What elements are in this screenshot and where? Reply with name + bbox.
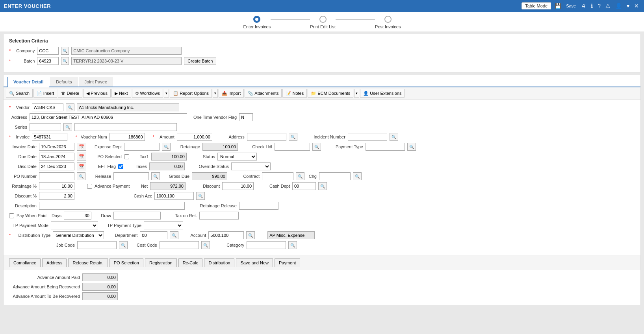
pay-when-paid-checkbox[interactable] [9,213,14,218]
department-search-button[interactable]: 🔍 [170,231,178,239]
expense-dept-search-button[interactable]: 🔍 [162,143,171,151]
create-batch-button[interactable]: Create Batch [184,57,216,65]
chg-input[interactable] [319,172,351,180]
advance-payment-checkbox[interactable] [87,184,92,189]
voucher-num-input[interactable] [109,133,145,141]
due-date-cal-button[interactable]: 📅 [77,153,86,161]
disc-date-input[interactable] [39,162,74,170]
eft-flag-checkbox[interactable] [118,164,123,169]
tab-joint-payee[interactable]: Joint Payee [79,77,113,87]
tp-payment-mode-select[interactable] [51,221,98,229]
ecm-documents-button[interactable]: 📁 ECM Documents [308,89,353,98]
wizard-step-enter-invoices[interactable]: Enter Invoices [243,16,271,29]
contract-search-button[interactable]: 🔍 [296,172,304,180]
workflows-dropdown-button[interactable]: ▾ [164,89,169,98]
tab-defaults[interactable]: Defaults [50,77,78,87]
account-input[interactable] [208,231,244,239]
address2-search-button[interactable]: 🔍 [289,133,297,141]
payment-type-input[interactable] [366,143,405,151]
expense-dept-input[interactable] [124,143,160,151]
import-button[interactable]: 📥 Import [219,89,244,98]
distribution-type-select[interactable]: General Distribution Job Distribution [53,231,104,239]
status-select[interactable]: Normal Hold [217,153,257,161]
description-input[interactable] [39,202,185,210]
registration-button[interactable]: Registration [145,258,177,267]
address-input[interactable] [30,113,187,121]
one-time-vendor-input[interactable] [239,113,253,121]
chevron-down-icon[interactable]: ▾ [625,3,631,9]
po-number-search-button[interactable]: 🔍 [77,172,85,180]
search-button[interactable]: 🔍 Search [6,89,33,98]
retainage-pct-input[interactable] [39,182,74,190]
cash-acc-input[interactable] [154,192,194,200]
po-selection-button[interactable]: PO Selection [109,258,143,267]
wizard-step-print-edit[interactable]: Print Edit List [310,16,336,29]
invoice-date-input[interactable] [39,143,74,151]
report-options-button[interactable]: 📋 Report Options [170,89,212,98]
previous-button[interactable]: ◀ Previous [83,89,111,98]
retainage-release-input[interactable] [239,202,278,210]
cost-code-input[interactable] [160,241,199,249]
payment-button[interactable]: Payment [275,258,300,267]
alert-icon[interactable]: ⚠ [604,3,612,9]
distribution-button[interactable]: Distribution [204,258,234,267]
close-icon[interactable]: ✕ [633,3,640,9]
company-input[interactable] [37,47,59,55]
amount-input[interactable] [177,133,212,141]
table-mode-button[interactable]: Table Mode [522,2,551,9]
release-retain-button[interactable]: Release Retain. [68,258,108,267]
help2-icon[interactable]: ? [596,3,602,9]
wizard-step-post-invoices[interactable]: Post Invoices [375,16,401,29]
retainage-input[interactable] [202,143,238,151]
attachments-button[interactable]: 📎 Attachments [245,89,282,98]
address2-input[interactable] [247,133,286,141]
user-icon[interactable]: 👤 [614,3,623,9]
account-search-button[interactable]: 🔍 [246,231,255,239]
incident-search-button[interactable]: 🔍 [390,133,398,141]
batch-search-button[interactable]: 🔍 [61,57,69,65]
delete-button[interactable]: 🗑 Delete [58,89,82,98]
chg-search-button[interactable]: 🔍 [353,172,362,180]
job-code-search-button[interactable]: 🔍 [119,241,128,249]
cash-dept-input[interactable] [292,182,316,190]
save-and-new-button[interactable]: Save and New [236,258,273,267]
cash-dept-search-button[interactable]: 🔍 [318,182,327,190]
due-date-input[interactable] [39,153,74,161]
category-input[interactable] [247,241,286,249]
company-search-button[interactable]: 🔍 [61,47,69,55]
cash-acc-search-button[interactable]: 🔍 [196,192,205,200]
workflows-button[interactable]: ⚙ Workflows [132,89,163,98]
series-desc-input[interactable] [74,123,177,131]
cost-code-search-button[interactable]: 🔍 [201,241,210,249]
discount-pct-input[interactable] [39,192,74,200]
department-input[interactable] [140,231,167,239]
batch-input[interactable] [37,57,59,65]
series-input[interactable] [30,123,61,131]
save-icon[interactable]: 💾 [553,3,562,9]
discount-input[interactable] [222,182,254,190]
override-status-select[interactable] [231,162,271,170]
next-button[interactable]: ▶ Next [111,89,131,98]
draw-input[interactable] [113,212,161,220]
series-search-button[interactable]: 🔍 [63,123,72,131]
tax-on-ret-input[interactable] [199,212,239,220]
help-icon[interactable]: ℹ [590,3,594,9]
release-search-button[interactable]: 🔍 [151,172,160,180]
incident-input[interactable] [348,133,387,141]
invoice-date-cal-button[interactable]: 📅 [77,143,86,151]
po-selected-checkbox[interactable] [124,154,129,159]
ecm-dropdown-button[interactable]: ▾ [354,89,359,98]
payment-type-search-button[interactable]: 🔍 [407,143,416,151]
tp-payment-type-select[interactable] [144,221,183,229]
insert-button[interactable]: 📄 Insert [33,89,58,98]
print-icon[interactable]: 🖨 [579,3,587,9]
vendor-search-button[interactable]: 🔍 [66,103,74,111]
re-calc-button[interactable]: Re-Calc [178,258,203,267]
check-hdl-search-button[interactable]: 🔍 [312,143,321,151]
invoice-input[interactable] [32,133,67,141]
compliance-button[interactable]: Compliance [9,258,41,267]
disc-date-cal-button[interactable]: 📅 [77,162,86,170]
days-input[interactable] [64,212,91,220]
check-hdl-input[interactable] [275,143,310,151]
po-number-input[interactable] [39,172,74,180]
